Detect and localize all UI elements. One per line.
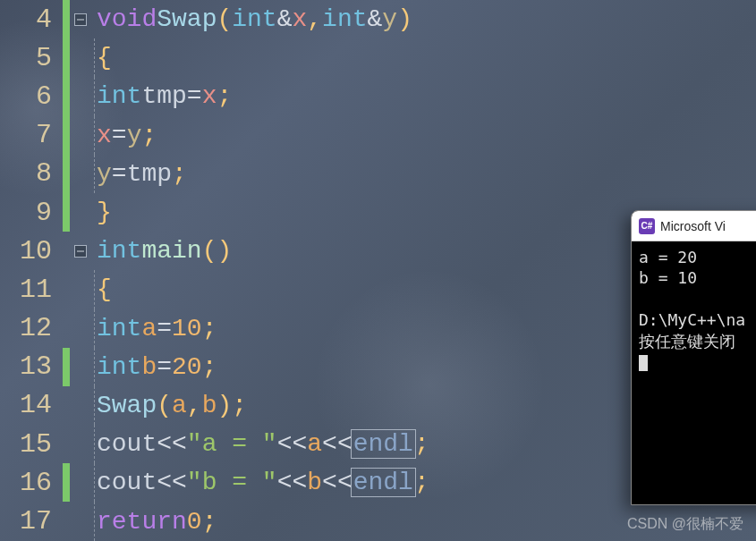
change-marker — [63, 348, 70, 386]
code-editor[interactable]: 4 void Swap(int& x, int& y) 5 { 6 int tm… — [0, 0, 756, 541]
code-line[interactable]: 7 x = y; — [0, 116, 756, 155]
terminal-line: b = 10 — [639, 267, 756, 288]
code-line[interactable]: 5 { — [0, 38, 756, 77]
change-marker — [63, 116, 70, 155]
change-marker — [63, 193, 70, 232]
line-number: 16 — [0, 468, 63, 498]
vs-icon: C# — [639, 218, 655, 234]
line-number: 12 — [0, 313, 63, 343]
fold-toggle-icon[interactable] — [74, 245, 87, 258]
line-number: 6 — [0, 81, 63, 112]
change-marker — [63, 38, 70, 77]
code-line[interactable]: 17 return 0; — [0, 502, 756, 540]
change-marker — [63, 155, 70, 193]
line-number: 13 — [0, 351, 63, 382]
change-marker — [63, 0, 70, 38]
change-marker — [63, 425, 70, 463]
code-line[interactable]: 6 int tmp = x; — [0, 77, 756, 115]
line-number: 15 — [0, 429, 63, 460]
change-marker — [63, 77, 70, 115]
terminal-title-text: Microsoft Vi — [660, 219, 726, 233]
change-marker — [63, 232, 70, 270]
highlight-endl: endl — [351, 429, 416, 459]
code-content[interactable]: y = tmp; — [97, 155, 756, 193]
fold-toggle-icon[interactable] — [74, 13, 87, 26]
highlight-endl: endl — [351, 468, 416, 497]
line-number: 5 — [0, 43, 63, 73]
terminal-titlebar[interactable]: C# Microsoft Vi — [632, 211, 756, 241]
line-number: 10 — [0, 236, 63, 266]
line-number: 9 — [0, 198, 63, 228]
code-content[interactable]: { — [97, 38, 756, 77]
change-marker — [63, 309, 70, 348]
change-marker — [63, 386, 70, 425]
terminal-line: 按任意键关闭 — [639, 331, 756, 351]
change-marker — [63, 463, 70, 502]
terminal-cursor — [639, 355, 648, 371]
line-number: 17 — [0, 506, 63, 537]
change-marker — [63, 270, 70, 309]
line-number: 7 — [0, 120, 63, 150]
terminal-output[interactable]: a = 20 b = 10 D:\MyC++\na 按任意键关闭 — [632, 241, 756, 377]
terminal-line: D:\MyC++\na — [639, 309, 756, 330]
line-number: 14 — [0, 390, 63, 420]
change-marker — [63, 502, 70, 540]
code-content[interactable]: void Swap(int& x, int& y) — [97, 0, 756, 38]
line-number: 4 — [0, 4, 63, 35]
terminal-window[interactable]: C# Microsoft Vi a = 20 b = 10 D:\MyC++\n… — [631, 210, 756, 505]
code-content[interactable]: return 0; — [97, 502, 756, 540]
line-number: 11 — [0, 275, 63, 305]
code-content[interactable]: int tmp = x; — [97, 77, 756, 115]
terminal-line: a = 20 — [639, 247, 756, 267]
line-number: 8 — [0, 158, 63, 189]
code-content[interactable]: x = y; — [97, 116, 756, 155]
code-line[interactable]: 8 y = tmp; — [0, 155, 756, 193]
code-line[interactable]: 4 void Swap(int& x, int& y) — [0, 0, 756, 38]
